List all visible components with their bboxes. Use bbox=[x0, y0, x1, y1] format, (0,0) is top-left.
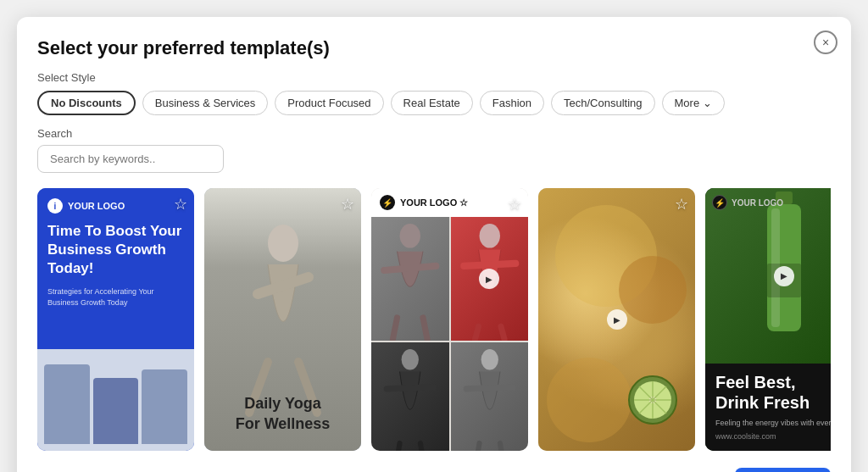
modal-title: Select your preferred template(s) bbox=[37, 37, 831, 59]
svg-point-4 bbox=[400, 224, 420, 247]
continue-button[interactable]: Continue bbox=[735, 468, 831, 472]
card-5-bottom: Feel Best,Drink Fresh Feeling the energy… bbox=[705, 364, 831, 451]
close-button[interactable]: × bbox=[814, 31, 837, 54]
svg-line-15 bbox=[420, 443, 424, 451]
fashion-figure-3 bbox=[371, 342, 449, 451]
svg-point-12 bbox=[402, 349, 419, 369]
card-1-bottom bbox=[37, 349, 194, 451]
svg-line-17 bbox=[466, 387, 513, 389]
logo-circle-1: i bbox=[47, 198, 63, 214]
food-circle-2 bbox=[619, 256, 687, 324]
favorite-star-3[interactable]: ☆ bbox=[508, 195, 521, 214]
svg-point-16 bbox=[481, 349, 498, 369]
templates-grid: ☆ i YOUR LOGO Time To Boost Your Busines… bbox=[37, 188, 831, 451]
svg-line-9 bbox=[464, 264, 515, 266]
logo-text-3: YOUR LOGO ☆ bbox=[400, 197, 468, 208]
search-input[interactable] bbox=[37, 145, 224, 173]
collage-cell-3 bbox=[371, 342, 449, 451]
card-1-headline: Time To Boost Your Business Growth Today… bbox=[47, 222, 184, 278]
card-5-inner: ⚡ YOUR LOGO ☆ ▶ Feel bbox=[705, 188, 831, 451]
card-1-top: i YOUR LOGO Time To Boost Your Business … bbox=[37, 188, 194, 349]
svg-line-19 bbox=[499, 443, 503, 451]
filter-tab-tech-consulting[interactable]: Tech/Consulting bbox=[551, 91, 655, 115]
filter-tab-fashion[interactable]: Fashion bbox=[480, 91, 544, 115]
filter-tab-no-discounts[interactable]: No Discounts bbox=[37, 91, 136, 115]
collage-cell-2: ▶ bbox=[451, 217, 529, 341]
svg-line-7 bbox=[423, 318, 427, 339]
food-circle-3 bbox=[547, 358, 632, 442]
favorite-star-2[interactable]: ☆ bbox=[341, 195, 354, 214]
play-icon-4: ▶ bbox=[607, 309, 627, 330]
card-1-subtext: Strategies for Accelerating Your Busines… bbox=[47, 286, 184, 308]
card-2-bg: Daily YogaFor Wellness bbox=[204, 188, 361, 451]
template-card-food[interactable]: ☆ ▶ bbox=[538, 188, 695, 451]
collage-cell-4 bbox=[451, 342, 529, 451]
bottom-bar: Choose a template and tap here ⟶ Continu… bbox=[37, 468, 831, 472]
food-visual: ▶ bbox=[538, 188, 695, 451]
play-icon-5: ▶ bbox=[774, 266, 794, 286]
svg-line-14 bbox=[396, 443, 399, 451]
logo-text-1: YOUR LOGO bbox=[68, 201, 125, 211]
template-selector-modal: Select your preferred template(s) × Sele… bbox=[17, 17, 851, 472]
persons-row bbox=[37, 349, 194, 451]
fashion-figure-4 bbox=[451, 342, 529, 451]
search-label: Search bbox=[37, 127, 831, 140]
card-5-headline: Feel Best,Drink Fresh bbox=[715, 372, 831, 413]
svg-line-13 bbox=[387, 387, 433, 389]
filter-tabs-container: No Discounts Business & Services Product… bbox=[37, 91, 831, 115]
card-5-url: www.coolsite.com bbox=[715, 432, 831, 441]
select-style-label: Select Style bbox=[37, 71, 831, 84]
logo-row-1: i YOUR LOGO bbox=[47, 198, 184, 214]
bottle-image bbox=[705, 188, 831, 364]
card-3-inner: ⚡ YOUR LOGO ☆ bbox=[371, 188, 528, 451]
card-5-logo-row: ⚡ YOUR LOGO bbox=[712, 195, 783, 210]
fashion-figure-1 bbox=[371, 217, 449, 341]
svg-point-8 bbox=[479, 224, 499, 247]
logo-circle-3: ⚡ bbox=[380, 195, 395, 210]
card-5-top: ⚡ YOUR LOGO ☆ ▶ bbox=[705, 188, 831, 364]
logo-text-5: YOUR LOGO bbox=[732, 198, 783, 208]
favorite-star-1[interactable]: ☆ bbox=[174, 195, 187, 214]
filter-tab-product-focused[interactable]: Product Focused bbox=[275, 91, 383, 115]
svg-line-18 bbox=[476, 443, 479, 451]
template-card-fashion[interactable]: ☆ ⚡ YOUR LOGO ☆ bbox=[371, 188, 528, 451]
filter-tab-business-services[interactable]: Business & Services bbox=[142, 91, 269, 115]
card-2-headline: Daily YogaFor Wellness bbox=[204, 394, 361, 434]
kiwi-slice bbox=[627, 375, 678, 425]
filter-tab-more[interactable]: More ⌄ bbox=[662, 91, 725, 115]
template-card-drink[interactable]: ⚡ YOUR LOGO ☆ ▶ Feel bbox=[705, 188, 831, 451]
card-5-subtext: Feeling the energy vibes with every sip. bbox=[715, 418, 831, 429]
person-3 bbox=[142, 369, 187, 444]
svg-line-6 bbox=[392, 318, 397, 339]
template-card-yoga[interactable]: ☆ Daily YogaFor Wellness bbox=[204, 188, 361, 451]
collage-cell-1 bbox=[371, 217, 449, 341]
person-1 bbox=[44, 364, 90, 444]
svg-point-0 bbox=[268, 225, 298, 262]
svg-line-5 bbox=[384, 266, 436, 270]
filter-tab-real-estate[interactable]: Real Estate bbox=[391, 91, 473, 115]
favorite-star-4[interactable]: ☆ bbox=[675, 195, 688, 214]
play-icon-3: ▶ bbox=[479, 269, 499, 289]
person-2 bbox=[93, 378, 139, 444]
fashion-collage: ▶ bbox=[371, 217, 528, 451]
svg-line-10 bbox=[475, 326, 478, 339]
logo-circle-5: ⚡ bbox=[712, 195, 727, 210]
card-3-logo-row: ⚡ YOUR LOGO ☆ bbox=[371, 188, 528, 217]
template-card-business[interactable]: ☆ i YOUR LOGO Time To Boost Your Busines… bbox=[37, 188, 194, 451]
svg-line-11 bbox=[500, 326, 504, 339]
